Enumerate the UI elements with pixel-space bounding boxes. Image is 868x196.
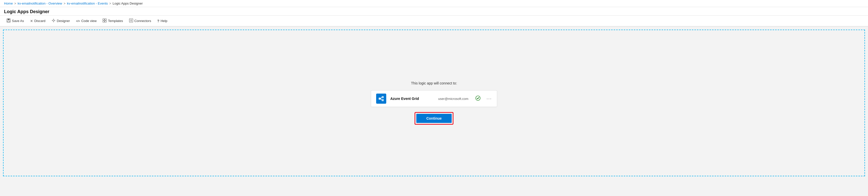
azure-event-grid-icon [376,93,386,104]
continue-button[interactable]: Continue [416,114,452,123]
service-email: user@microsoft.com [438,97,468,101]
page-title-bar: Logic Apps Designer [0,7,868,16]
svg-rect-1 [7,19,9,20]
templates-icon [102,19,106,23]
help-icon: ? [157,19,159,23]
designer-label: Designer [57,19,70,23]
breadcrumb-sep-2: > [64,2,65,5]
connectors-label: Connectors [134,19,151,23]
breadcrumb-overview[interactable]: kv-emailnotification - Overview [18,1,62,5]
connection-container: This logic app will connect to: Azure Ev… [371,81,497,125]
help-label: Help [161,19,167,23]
svg-rect-17 [382,96,384,98]
svg-line-20 [381,99,382,100]
breadcrumb-current: Logic Apps Designer [113,1,143,5]
connectors-icon [129,19,133,23]
main-content: This logic app will connect to: Azure Ev… [3,30,865,176]
svg-line-19 [381,97,382,99]
svg-rect-11 [105,21,106,22]
svg-rect-16 [379,97,381,100]
templates-button[interactable]: Templates [100,17,125,25]
code-icon: </> [76,20,80,23]
save-as-button[interactable]: Save As [4,17,27,25]
toolbar: Save As ✕ Discard Designer </> Code view [0,16,868,27]
breadcrumb-sep-1: > [14,2,16,5]
templates-label: Templates [108,19,123,23]
discard-label: Discard [34,19,45,23]
svg-rect-18 [382,99,384,101]
breadcrumb-sep-3: > [110,2,111,5]
designer-icon [52,19,56,23]
continue-button-wrapper: Continue [414,112,454,125]
svg-rect-9 [105,19,106,20]
save-as-label: Save As [12,19,24,23]
connection-card: Azure Event Grid user@microsoft.com ··· [371,90,497,107]
more-options-button[interactable]: ··· [487,96,492,102]
breadcrumb-events[interactable]: kv-emailnotification - Events [67,1,108,5]
svg-point-21 [476,96,480,101]
service-name: Azure Event Grid [390,96,434,101]
svg-rect-10 [103,21,104,22]
discard-button[interactable]: ✕ Discard [28,18,48,24]
code-view-button[interactable]: </> Code view [73,18,99,24]
page-title: Logic Apps Designer [4,9,864,15]
code-view-label: Code view [81,19,97,23]
help-button[interactable]: ? Help [155,18,170,24]
breadcrumb-home[interactable]: Home [4,1,13,5]
breadcrumb: Home > kv-emailnotification - Overview >… [0,0,868,7]
svg-rect-8 [103,19,104,20]
connectors-button[interactable]: Connectors [127,17,154,25]
connect-label: This logic app will connect to: [411,81,457,85]
designer-button[interactable]: Designer [49,17,72,25]
save-icon [6,19,10,23]
discard-icon: ✕ [30,19,33,23]
svg-rect-2 [7,21,9,22]
connection-status-icon [475,95,480,102]
svg-point-3 [53,20,54,21]
